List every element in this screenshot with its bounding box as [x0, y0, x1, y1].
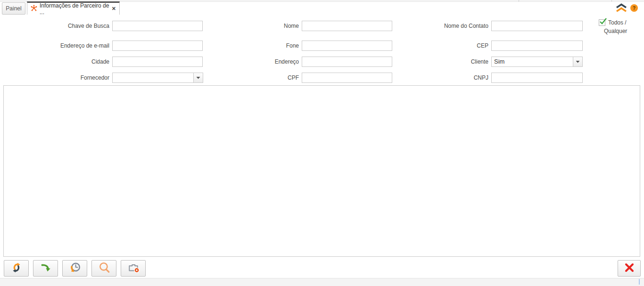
search-button[interactable] — [91, 260, 116, 277]
help-button[interactable]: ? — [630, 4, 638, 12]
field-label: Cidade — [14, 57, 109, 67]
cnpj-input[interactable] — [491, 73, 583, 83]
green-arrow-icon — [40, 261, 52, 275]
sync-icon — [10, 261, 23, 275]
todos-qualquer-checkbox[interactable] — [599, 19, 605, 26]
nome-do-contato-input[interactable] — [491, 21, 583, 31]
partner-info-window: Painel Informações de Parceiro de ... ✕ — [0, 0, 644, 286]
chevron-down-icon[interactable] — [573, 57, 582, 66]
partner-molecule-icon — [31, 5, 37, 13]
divider — [519, 0, 519, 2]
endereco-input[interactable] — [302, 57, 392, 67]
chevron-down-icon[interactable] — [193, 73, 203, 82]
field-label: CPF — [203, 73, 299, 83]
nome-input[interactable] — [302, 21, 392, 31]
close-tab-icon[interactable]: ✕ — [112, 6, 116, 12]
cidade-input[interactable] — [112, 57, 203, 67]
tab-painel[interactable]: Painel — [2, 2, 25, 15]
tab-partner-info[interactable]: Informações de Parceiro de ... ✕ — [27, 1, 120, 15]
tab-label: Painel — [6, 5, 21, 12]
results-grid[interactable] — [3, 85, 640, 257]
field-label: Endereço de e-mail — [14, 41, 109, 51]
divider — [611, 0, 612, 2]
cep-input[interactable] — [491, 41, 583, 51]
field-label: Nome do Contato — [391, 21, 488, 31]
field-label: Fornecedor — [14, 73, 109, 83]
requery-button[interactable] — [4, 260, 29, 277]
chave-de-busca-input[interactable] — [112, 21, 203, 31]
field-label: Fone — [203, 41, 299, 51]
fornecedor-select-value — [113, 73, 193, 82]
new-record-button[interactable] — [121, 260, 146, 277]
checkbox-label: Qualquer — [604, 28, 627, 34]
field-label: Endereço — [203, 57, 299, 67]
fornecedor-select[interactable] — [112, 73, 203, 83]
status-bar — [0, 278, 644, 286]
cliente-select-value: Sim — [492, 57, 573, 66]
field-label: Nome — [203, 21, 299, 31]
cancel-button[interactable] — [618, 260, 641, 277]
scrollbar-indicator[interactable] — [639, 279, 640, 285]
tab-label: Informações de Parceiro de ... — [40, 2, 109, 16]
field-label: Chave de Busca — [14, 21, 109, 31]
field-label: CEP — [391, 41, 488, 51]
field-label: Cliente — [391, 57, 488, 67]
search-icon — [98, 261, 110, 275]
folder-badge-icon — [127, 261, 140, 275]
checkbox-label: Todos / — [608, 19, 627, 26]
cliente-select[interactable]: Sim — [491, 57, 583, 67]
history-icon — [69, 261, 81, 275]
email-input[interactable] — [112, 41, 203, 51]
confirm-button[interactable] — [33, 260, 58, 277]
double-chevron-up-icon[interactable] — [615, 3, 628, 13]
field-label: CNPJ — [391, 73, 488, 83]
fone-input[interactable] — [302, 41, 392, 51]
cpf-input[interactable] — [302, 73, 392, 83]
history-button[interactable] — [62, 260, 87, 277]
red-x-icon — [624, 262, 635, 274]
